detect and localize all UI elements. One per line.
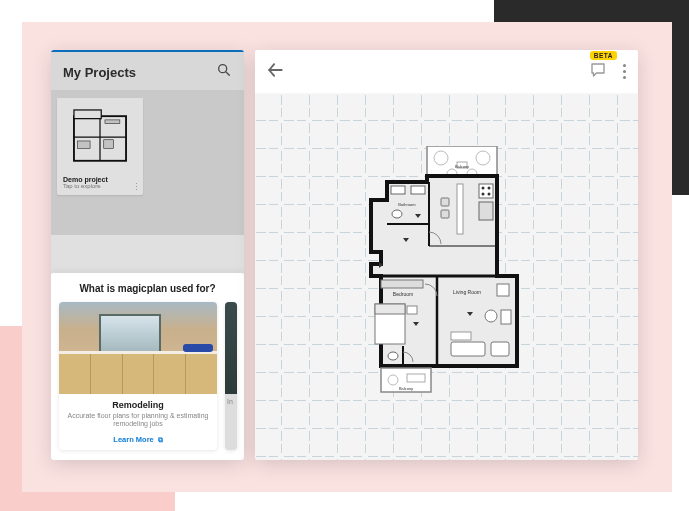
project-grid: Demo project Tap to explore ⋮ xyxy=(51,90,244,235)
usecase-card-description: Accurate floor plans for planning & esti… xyxy=(59,410,217,430)
svg-rect-41 xyxy=(407,306,417,314)
svg-line-1 xyxy=(226,72,229,75)
svg-point-0 xyxy=(219,65,227,73)
sheet-title: What is magicplan used for? xyxy=(59,283,236,294)
svg-rect-25 xyxy=(479,184,493,198)
room-label-bathroom: Bathroom xyxy=(398,202,416,207)
svg-point-23 xyxy=(392,210,402,218)
svg-rect-22 xyxy=(411,186,425,194)
usecase-card-peek-image xyxy=(225,302,237,394)
projects-header: My Projects xyxy=(51,52,244,90)
svg-point-34 xyxy=(485,310,497,322)
project-subtitle: Tap to explore xyxy=(57,183,143,189)
usecase-card-remodeling[interactable]: Remodeling Accurate floor plans for plan… xyxy=(59,302,217,451)
beta-badge: BETA xyxy=(590,51,617,60)
svg-point-28 xyxy=(481,193,484,196)
svg-rect-32 xyxy=(441,210,449,218)
svg-rect-40 xyxy=(375,304,405,314)
svg-point-27 xyxy=(487,187,490,190)
svg-rect-31 xyxy=(441,198,449,206)
floorplan-canvas[interactable]: Balcony Bathroom xyxy=(255,94,638,460)
room-label-bedroom: Bedroom xyxy=(392,291,412,297)
room-label-balcony-bottom: Balcony xyxy=(398,386,412,391)
svg-point-29 xyxy=(487,193,490,196)
room-label-living-room: Living Room xyxy=(453,289,481,295)
bottom-sheet: What is magicplan used for? Remodeling A… xyxy=(51,273,244,461)
more-menu-icon[interactable] xyxy=(621,62,628,81)
external-link-icon: ⧉ xyxy=(156,436,163,443)
svg-rect-30 xyxy=(479,202,493,220)
learn-more-label: Learn More xyxy=(113,435,153,444)
usecase-card-title: Remodeling xyxy=(59,400,217,410)
svg-rect-38 xyxy=(451,332,471,340)
project-thumbnail xyxy=(57,98,143,174)
sheet-carousel[interactable]: Remodeling Accurate floor plans for plan… xyxy=(59,302,236,451)
floorplan-editor-screen: BETA Balcony xyxy=(255,50,638,460)
svg-rect-37 xyxy=(491,342,509,356)
project-card-demo[interactable]: Demo project Tap to explore ⋮ xyxy=(57,98,143,195)
room-label-balcony-top: Balcony xyxy=(454,164,468,169)
search-icon[interactable] xyxy=(216,62,232,82)
project-name: Demo project xyxy=(57,174,143,183)
floorplan-drawing[interactable]: Balcony Bathroom xyxy=(367,146,527,408)
project-card-more-icon[interactable]: ⋮ xyxy=(132,185,141,189)
svg-rect-33 xyxy=(497,284,509,296)
svg-point-44 xyxy=(388,352,398,360)
svg-rect-7 xyxy=(78,141,90,148)
chat-button[interactable]: BETA xyxy=(589,61,607,83)
page-title: My Projects xyxy=(63,65,136,80)
usecase-card-image xyxy=(59,302,217,394)
svg-rect-5 xyxy=(74,110,101,119)
svg-point-26 xyxy=(481,187,484,190)
svg-rect-42 xyxy=(381,280,423,288)
svg-rect-35 xyxy=(501,310,511,324)
learn-more-link[interactable]: Learn More ⧉ xyxy=(59,435,217,444)
phone-projects-screen: My Projects Demo project Tap to exp xyxy=(51,50,244,460)
usecase-peek-label: In xyxy=(225,394,237,405)
svg-rect-6 xyxy=(104,140,114,149)
usecase-card-peek[interactable]: In xyxy=(225,302,237,451)
svg-rect-24 xyxy=(457,184,463,234)
svg-rect-21 xyxy=(391,186,405,194)
svg-rect-8 xyxy=(105,120,120,124)
editor-header: BETA xyxy=(255,50,638,94)
svg-rect-36 xyxy=(451,342,485,356)
back-button[interactable] xyxy=(265,60,285,84)
